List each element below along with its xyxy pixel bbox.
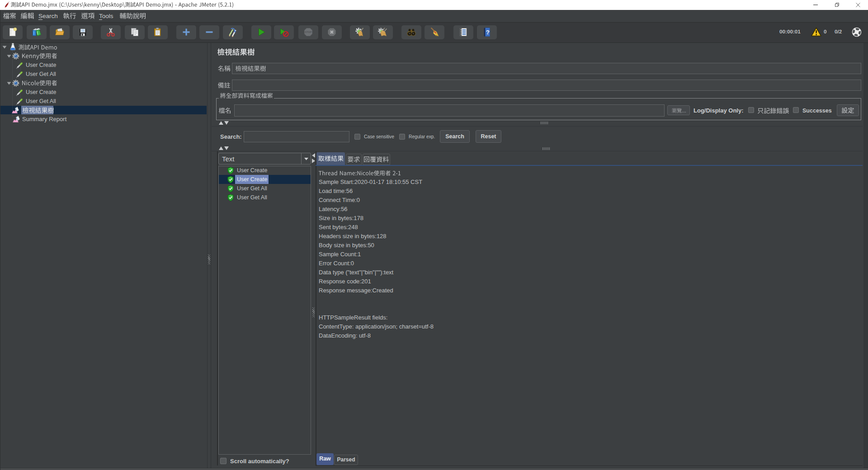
svg-text:?: ? bbox=[486, 29, 490, 36]
svg-text:STOP: STOP bbox=[305, 31, 312, 33]
